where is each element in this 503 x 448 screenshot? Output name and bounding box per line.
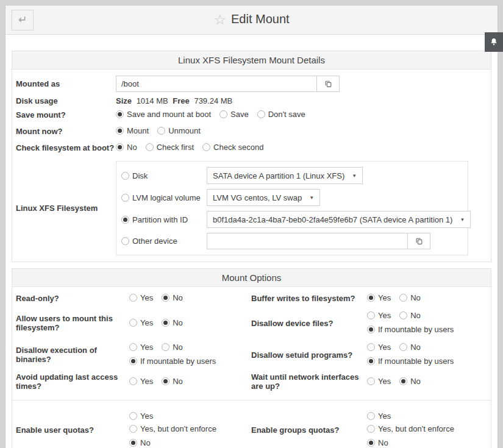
radio-option[interactable]: No <box>399 292 421 304</box>
radio-circle-icon[interactable] <box>219 110 227 118</box>
radio-circle-icon[interactable] <box>367 343 375 351</box>
radio-circle-icon[interactable] <box>367 425 375 433</box>
radio-circle-icon[interactable] <box>367 377 375 385</box>
radio-option[interactable]: Yes, but don't enforce <box>367 423 454 435</box>
radio-circle-icon[interactable] <box>116 110 124 118</box>
radio-circle-icon[interactable] <box>146 143 154 151</box>
radio-circle-icon[interactable] <box>129 319 137 327</box>
radio-option[interactable]: If mountable by users <box>367 355 454 367</box>
other-device-input[interactable] <box>207 233 408 249</box>
allow-users-radios: YesNo <box>129 315 251 332</box>
radio-circle-icon[interactable] <box>129 425 137 433</box>
radio-option[interactable]: If mountable by users <box>129 355 216 367</box>
disk-select[interactable]: SATA device A partition 1 (Linux XFS)▼ <box>207 167 363 184</box>
radio-option[interactable]: Yes <box>129 292 153 304</box>
back-button[interactable]: ↵ <box>12 10 34 30</box>
radio-circle-icon[interactable] <box>367 311 375 319</box>
radio-circle-icon[interactable] <box>367 357 375 365</box>
disk-usage-row: Disk usage Size 1014 MB Free 739.24 MB <box>16 95 487 107</box>
fs-source-row: Linux XFS Filesystem DiskSATA device A p… <box>16 160 487 257</box>
radio-line: MountUnmount <box>116 124 209 138</box>
copy-icon <box>415 237 423 245</box>
fs-source-box: DiskSATA device A partition 1 (Linux XFS… <box>116 161 468 255</box>
mounted-as-input[interactable] <box>116 76 317 92</box>
radio-option[interactable]: Yes <box>367 292 391 304</box>
radio-option[interactable]: Yes <box>129 317 153 329</box>
avoid-atime-label: Avoid updating last access times? <box>16 371 129 393</box>
radio-option[interactable]: Partition with ID <box>121 215 207 224</box>
radio-option[interactable]: No <box>116 141 137 153</box>
radio-circle-icon[interactable] <box>129 377 137 385</box>
radio-circle-icon[interactable] <box>162 294 169 302</box>
radio-circle-icon[interactable] <box>399 311 407 319</box>
radio-circle-icon[interactable] <box>129 412 137 420</box>
radio-option[interactable]: No <box>129 437 151 448</box>
radio-option[interactable]: No <box>399 375 421 387</box>
radio-circle-icon[interactable] <box>129 294 137 302</box>
radio-option[interactable]: If mountable by users <box>367 324 454 335</box>
radio-circle-icon[interactable] <box>162 377 169 385</box>
radio-option[interactable]: No <box>367 437 388 448</box>
radio-label: LVM logical volume <box>132 193 201 202</box>
radio-circle-icon[interactable] <box>157 127 165 135</box>
select-value: SATA device A partition 1 (Linux XFS) <box>213 171 344 180</box>
radio-option[interactable]: Yes <box>367 410 391 422</box>
radio-option[interactable]: No <box>162 292 183 304</box>
radio-option[interactable]: Yes <box>367 375 391 387</box>
radio-option[interactable]: Other device <box>121 236 207 246</box>
radio-circle-icon[interactable] <box>367 439 375 447</box>
radio-option[interactable]: Yes <box>129 375 153 387</box>
lvm-logical-volume-select[interactable]: LVM VG centos, LV swap▼ <box>207 189 320 206</box>
radio-option[interactable]: Check first <box>146 141 194 153</box>
radio-circle-icon[interactable] <box>162 319 169 327</box>
radio-option[interactable]: No <box>399 310 421 321</box>
radio-option[interactable]: Mount <box>116 125 149 137</box>
radio-option[interactable]: No <box>162 375 183 387</box>
free-value: 739.24 MB <box>194 96 232 105</box>
radio-option[interactable]: Yes <box>367 341 391 353</box>
radio-circle-icon[interactable] <box>121 194 129 202</box>
save-mount-radios: Save and mount at bootSaveDon't save <box>116 108 314 122</box>
radio-circle-icon[interactable] <box>129 357 137 365</box>
notifications-tab[interactable] <box>485 32 503 52</box>
radio-circle-icon[interactable] <box>121 216 129 224</box>
radio-circle-icon[interactable] <box>399 343 407 351</box>
star-favorite-icon[interactable]: ☆ <box>213 12 226 27</box>
radio-circle-icon[interactable] <box>367 294 375 302</box>
mounted-as-label: Mounted as <box>16 79 116 88</box>
radio-option[interactable]: Yes <box>367 310 391 321</box>
check-fs-row: Check filesystem at boot? NoCheck firstC… <box>16 140 487 156</box>
radio-option[interactable]: Save <box>219 108 249 120</box>
radio-circle-icon[interactable] <box>367 325 375 333</box>
radio-option[interactable]: Check second <box>202 141 263 153</box>
radio-option[interactable]: No <box>162 341 183 353</box>
radio-option[interactable]: Save and mount at boot <box>116 108 211 120</box>
radio-circle-icon[interactable] <box>202 143 210 151</box>
radio-label: Yes <box>140 317 153 329</box>
radio-circle-icon[interactable] <box>399 377 407 385</box>
radio-circle-icon[interactable] <box>116 127 124 135</box>
radio-option[interactable]: No <box>399 341 421 353</box>
radio-circle-icon[interactable] <box>116 143 124 151</box>
radio-circle-icon[interactable] <box>121 237 129 245</box>
partition-with-id-select[interactable]: b0f1da4a-2c1a-4ba7-beb0-2fa4e59fe6b7 (SA… <box>207 211 471 228</box>
radio-circle-icon[interactable] <box>367 412 375 420</box>
radio-option[interactable]: LVM logical volume <box>121 193 207 202</box>
radio-label: Yes <box>140 410 153 422</box>
radio-circle-icon[interactable] <box>162 343 169 351</box>
radio-circle-icon[interactable] <box>129 343 137 351</box>
radio-option[interactable]: Yes, but don't enforce <box>129 423 216 435</box>
radio-option[interactable]: Yes <box>129 341 153 353</box>
radio-option[interactable]: Don't save <box>257 108 305 120</box>
radio-option[interactable]: Disk <box>121 171 207 180</box>
copy-button[interactable] <box>407 233 430 249</box>
radio-option[interactable]: No <box>162 317 183 329</box>
radio-option[interactable]: Yes <box>129 410 153 422</box>
radio-circle-icon[interactable] <box>399 294 407 302</box>
radio-circle-icon[interactable] <box>257 110 265 118</box>
radio-option[interactable]: Unmount <box>157 125 201 137</box>
check-fs-label: Check filesystem at boot? <box>16 143 116 152</box>
radio-circle-icon[interactable] <box>129 439 137 447</box>
copy-button[interactable] <box>316 76 340 92</box>
radio-circle-icon[interactable] <box>121 172 129 180</box>
